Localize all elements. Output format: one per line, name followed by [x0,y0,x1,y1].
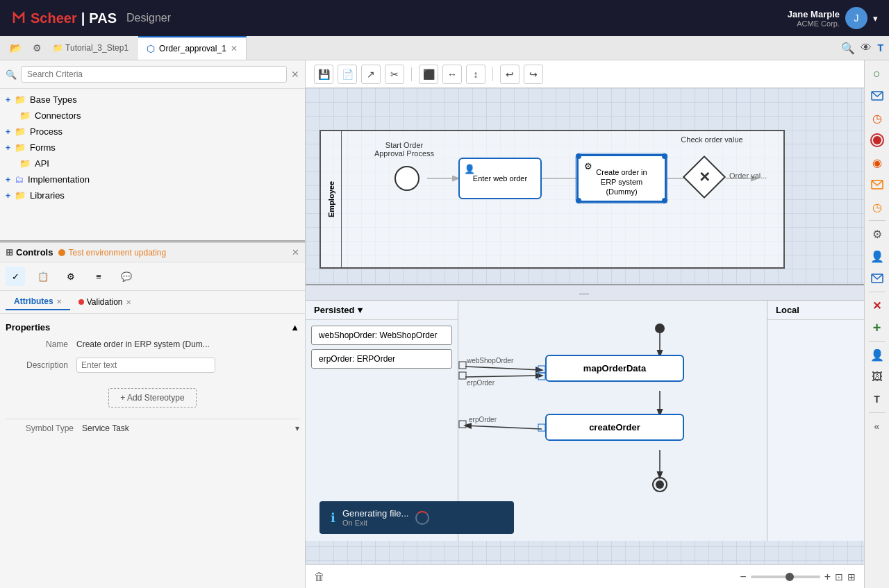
variable-webshoporder[interactable]: webShopOrder: WebShopOrder [311,326,452,345]
doc-icon[interactable]: 📋 [33,267,53,286]
tree-item-base-types[interactable]: + 📁 Base Types [0,92,305,108]
service-create-order[interactable]: createOrder [545,414,684,441]
toolbar-separator-rt2 [869,292,886,292]
controls-close-button[interactable]: ✕ [292,247,299,258]
redo-button[interactable]: ↪ [524,65,543,84]
exclusive-gateway-tool[interactable]: ✕ [867,295,888,316]
start-event-tool[interactable]: ○ [867,63,888,84]
tab-attributes[interactable]: Attributes ✕ [6,294,70,310]
toast-message: Generating file... [342,508,408,519]
search-input[interactable] [21,66,287,83]
tree-label: API [35,158,49,169]
message-event-tool[interactable] [867,85,888,106]
service-map-order-data[interactable]: mapOrderData [545,355,684,382]
tree-item-api[interactable]: 📁 API [0,156,305,171]
collapse-toolbar-button[interactable]: « [867,416,888,437]
open-folder-button[interactable]: 📂 [6,40,26,56]
parallel-gateway-tool[interactable]: + [867,317,888,338]
settings-button[interactable]: ⚙ [28,40,46,56]
toast-info-icon: ℹ [331,510,335,526]
text-tool[interactable]: T [867,389,888,410]
avatar[interactable]: J [845,7,867,29]
properties-section: Properties ▲ Name Create order in ERP sy… [0,314,305,436]
persisted-dropdown-icon[interactable]: ▾ [358,305,363,315]
gateway-annotation: Order val... [729,171,767,180]
variable-erporder[interactable]: erpOrder: ERPOrder [311,349,452,369]
search-clear-button[interactable]: ✕ [291,69,299,80]
trash-icon[interactable]: 🗑 [314,571,325,583]
zoom-plus-button[interactable]: + [824,571,831,583]
bpmn-gateway[interactable]: ✕ [689,162,720,192]
fit-height-button[interactable]: ↕ [466,65,485,84]
right-toolbar: ○ ◷ ◉ ◷ ⚙ 👤 ✕ + [864,60,889,588]
fit-width-button[interactable]: ↔ [442,65,462,84]
message-catch-tool[interactable] [867,174,888,195]
chat-icon[interactable]: 💬 [117,267,136,286]
list-icon[interactable]: ≡ [89,267,108,286]
tab-attributes-close[interactable]: ✕ [56,298,62,305]
image-tool[interactable]: 🖼 [867,367,888,387]
folder-icon: 📁 [15,142,26,153]
tree-item-connectors[interactable]: 📁 Connectors [0,108,305,124]
settings-small-icon[interactable]: ⚙ [61,267,81,286]
breadcrumb-home[interactable]: 📁 Tutorial_3_Step1 [49,40,133,56]
export-button[interactable]: ↗ [361,65,381,84]
main-area: 🔍 ✕ + 📁 Base Types 📁 Connectors + 📁 Proc… [0,60,889,588]
save-button[interactable]: 💾 [314,65,333,84]
eye-button[interactable]: 👁 [861,42,872,54]
tree-item-implementation[interactable]: + 🗂 Implementation [0,171,305,187]
tab-close-button[interactable]: ✕ [231,44,238,53]
svg-point-8 [653,478,667,492]
font-button[interactable]: T [877,42,883,53]
local-label: Local [776,305,799,315]
toolbar-separator-rt3 [869,341,886,342]
tab-order-approval[interactable]: ⬡ Order_approval_1 ✕ [138,36,247,60]
bpmn-start-event[interactable] [394,166,419,191]
attributes-tabs: Attributes ✕ Validation ✕ [0,291,305,314]
cut-button[interactable]: ✂ [385,65,404,84]
zoom-minus-button[interactable]: − [740,571,746,583]
svg-line-10 [465,367,542,370]
data-panel-drag-handle[interactable]: — [306,285,864,301]
expand-icon: + [6,95,10,105]
escalation-event-tool[interactable]: ◉ [867,152,888,173]
controls-icons-row: ✓ 📋 ⚙ ≡ 💬 [0,262,305,291]
description-input[interactable] [76,358,215,373]
mail-task-tool[interactable] [867,268,888,289]
grid-button[interactable]: ⬛ [419,65,438,84]
app-header: Scheer | PAS Designer Jane Marple ACME C… [0,0,889,36]
timer-catch-tool[interactable]: ◷ [867,196,888,217]
tree-label: Process [30,126,63,137]
tab-attributes-label: Attributes [14,296,53,306]
search-button[interactable]: 🔍 [841,42,855,55]
user-dropdown-button[interactable]: ▾ [873,13,878,24]
tab-validation-close[interactable]: ✕ [126,299,131,306]
tree-item-forms[interactable]: + 📁 Forms [0,140,305,156]
tree-item-process[interactable]: + 📁 Process [0,124,305,140]
toolbar-separator [411,67,412,81]
tree-item-libraries[interactable]: + 📁 Libraries [0,187,305,203]
persisted-header: Persisted ▾ [306,301,458,320]
user-task-tool[interactable]: 👤 [867,246,888,267]
fit-screen-button[interactable]: ⊞ [847,571,856,582]
task-enter-web-order[interactable]: 👤 Enter web order [458,158,542,199]
bpmn-canvas[interactable]: Employee Start OrderApproval Process 👤 E… [306,88,864,564]
fit-width-button[interactable]: ⊡ [835,571,843,582]
add-stereotype-button[interactable]: + Add Stereotype [108,388,196,408]
zoom-slider[interactable] [751,576,820,578]
toolbar-separator-rt [869,220,886,221]
participant-tool[interactable]: 👤 [867,344,888,365]
symbol-type-dropdown-icon[interactable]: ▾ [295,423,299,433]
tree-label: Connectors [35,110,81,121]
properties-button[interactable]: 📄 [338,65,357,84]
error-event-tool[interactable] [867,130,888,151]
tab-label: Order_approval_1 [159,44,226,53]
task-create-erp-order[interactable]: ⚙ Create order inERP system(Dummy) [576,154,667,203]
undo-button[interactable]: ↩ [500,65,520,84]
tab-validation[interactable]: Validation ✕ [70,294,140,310]
tab-icon: ⬡ [147,43,155,54]
timer-event-tool[interactable]: ◷ [867,108,888,128]
service-task-tool[interactable]: ⚙ [867,224,888,244]
properties-header[interactable]: Properties ▲ [6,319,299,335]
check-icon[interactable]: ✓ [6,267,25,286]
